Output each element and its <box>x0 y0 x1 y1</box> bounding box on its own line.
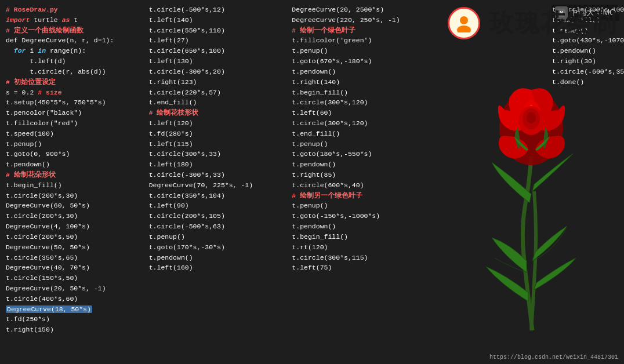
code-line: # 绘制花枝形状 <box>149 109 199 117</box>
code-line: t.left(180) <box>149 161 193 168</box>
code-line: t.right(150) <box>6 326 54 333</box>
code-line: t.left(160) <box>149 264 193 271</box>
code-line: t.pendown() <box>6 161 50 168</box>
code-line: t.circle(600*s,40) <box>292 181 364 189</box>
code-line: t.end_fill() <box>149 99 197 106</box>
code-line: def DegreeCurve(n, r, d=1): <box>6 37 114 44</box>
code-line: s = 0.2 # size <box>6 89 62 96</box>
code-line: import turtle as t <box>6 16 78 24</box>
code-line: t.circle(300*s,33) <box>149 150 221 158</box>
svg-point-0 <box>460 16 468 24</box>
code-line: t.penup() <box>292 47 328 54</box>
code-line: t.left(90) <box>149 202 189 209</box>
svg-point-1 <box>457 26 471 32</box>
code-line: t.circle(350*s,65) <box>6 254 78 261</box>
code-line: # 初始位置设定 <box>6 78 56 86</box>
code-area: # RoseDraw.py import turtle as t # 定义一个曲… <box>0 0 441 364</box>
code-line: t.setup(450*5*s, 750*5*s) <box>6 99 106 106</box>
code-line: t.goto(-150*s,-1000*s) <box>292 212 380 220</box>
url-bar: https://blog.csdn.net/weixin_44817301 <box>489 354 618 361</box>
code-line: DegreeCurve(20, 50*s, -1) <box>6 285 106 292</box>
code-line: # 绘制一个绿色叶子 <box>292 27 355 34</box>
code-column-3: DegreeCurve(20, 2500*s) DegreeCurve(220,… <box>292 5 435 359</box>
code-line: t.right(123) <box>149 78 197 86</box>
code-line: t.pencolor("black") <box>6 109 82 117</box>
code-line: t.circle(550*s,110) <box>149 27 225 34</box>
code-line: t.circle(400*s,60) <box>6 295 78 303</box>
code-line: t.circle(-300*s,20) <box>149 68 225 75</box>
code-line: t.goto(180*s,-550*s) <box>292 150 372 158</box>
code-line: t.left(120) <box>149 119 193 127</box>
code-line: # 绘制另一个绿色叶子 <box>292 192 362 199</box>
code-line: t.circle(300*s,120) <box>292 119 368 127</box>
code-line: t.fd(280*s) <box>149 130 193 137</box>
rose-illustration <box>451 52 614 342</box>
code-line: DegreeCurve(18, 50*s) <box>6 305 92 313</box>
code-line: DegreeCurve(50, 50*s) <box>6 243 90 251</box>
code-line: t.circle(650*s,100) <box>149 47 225 54</box>
svg-point-5 <box>527 112 536 123</box>
avatar <box>448 7 480 39</box>
code-line: t.speed(100) <box>6 130 54 137</box>
code-line: t.right(30) <box>552 57 596 65</box>
code-line: t.penup() <box>292 140 328 148</box>
code-line: t.fd(250*s) <box>6 315 50 323</box>
code-line: t.left(140) <box>149 16 193 24</box>
code-column-1: # RoseDraw.py import turtle as t # 定义一个曲… <box>6 5 149 359</box>
url-text: https://blog.csdn.net/weixin_44817301 <box>489 354 618 361</box>
code-column-2: t.circle(-500*s,12) t.left(140) t.circle… <box>149 5 292 359</box>
code-line: DegreeCurve(70, 225*s, -1) <box>149 181 253 189</box>
code-line: DegreeCurve(4, 100*s) <box>6 223 90 230</box>
code-line: t.done() <box>552 78 584 86</box>
code-line: t.pendown() <box>552 47 596 54</box>
code-line: t.goto(670*s,-180*s) <box>292 57 372 65</box>
code-line: t.pendown() <box>292 223 336 230</box>
code-line: t.right(140) <box>292 78 340 86</box>
code-line: # 定义一个曲线绘制函数 <box>6 27 84 34</box>
code-line: t.penup() <box>292 202 328 209</box>
code-line: DegreeCurve(40, 70*s) <box>6 264 90 271</box>
code-line: for i in range(n): <box>6 47 86 54</box>
code-line: t.circle(-300*s,33) <box>149 171 225 179</box>
page-title: 玫瑰花绘制 <box>489 7 617 39</box>
code-line: t.left(75) <box>292 264 332 271</box>
code-line: t.begin_fill() <box>292 89 348 96</box>
code-line: t.circle(150*s,50) <box>6 274 78 282</box>
code-line: t.circle(-500*s,63) <box>149 223 225 230</box>
code-line: t.circle(350*s,104) <box>149 192 225 199</box>
header-area: 玫瑰花绘制 <box>441 0 624 46</box>
code-line: t.circle(220*s,57) <box>149 89 221 96</box>
code-line: t.circle(300*s,120) <box>292 99 368 106</box>
code-line: t.circle(200*s,105) <box>149 212 225 220</box>
code-line: # 绘制花朵形状 <box>6 171 56 179</box>
code-line: DegreeCurve(60, 50*s) <box>6 202 90 209</box>
right-panel: 玫瑰花绘制 <box>441 0 624 364</box>
code-line: t.left(27) <box>149 37 189 44</box>
code-line: t.end_fill() <box>292 130 340 137</box>
code-line: t.circle(200*s,50) <box>6 233 78 241</box>
code-line: t.left(60) <box>292 109 332 117</box>
code-line: t.circle(-600*s,35) <box>552 68 624 75</box>
code-line: t.circle(300*s,115) <box>292 254 368 261</box>
main-container: # RoseDraw.py import turtle as t # 定义一个曲… <box>0 0 624 364</box>
code-line: DegreeCurve(220, 250*s, -1) <box>292 16 400 24</box>
code-line: t.fillcolor('green') <box>292 37 372 44</box>
code-line: t.pendown() <box>292 161 336 168</box>
code-line: t.pendown() <box>149 254 193 261</box>
code-line: t.penup() <box>149 233 185 241</box>
code-line: t.begin_fill() <box>292 233 348 241</box>
code-line: t.rt(120) <box>292 243 328 251</box>
code-line: t.goto(170*s,-30*s) <box>149 243 225 251</box>
code-line: t.right(85) <box>292 171 336 179</box>
code-line: t.fillcolor("red") <box>6 119 78 127</box>
code-line: t.goto(0, 900*s) <box>6 150 70 158</box>
code-line: t.pendown() <box>292 68 336 75</box>
code-line: t.left(130) <box>149 57 193 65</box>
code-line: t.left(d) <box>6 57 66 65</box>
code-line: t.penup() <box>6 140 42 148</box>
code-line: t.circle(-500*s,12) <box>149 6 225 13</box>
code-line: t.circle(200*s,30) <box>6 212 78 220</box>
code-line: DegreeCurve(20, 2500*s) <box>292 6 384 13</box>
code-line: t.begin_fill() <box>6 181 62 189</box>
code-line: t.circle(200*s,30) <box>6 192 78 199</box>
